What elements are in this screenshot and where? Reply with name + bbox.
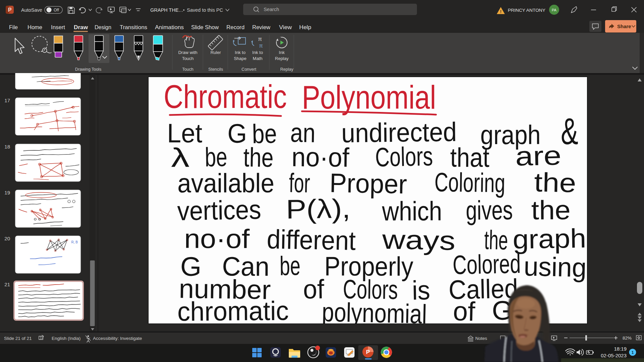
- svg-text:02-05-2023: 02-05-2023: [601, 353, 627, 358]
- svg-text:R, B: R, B: [71, 240, 78, 244]
- svg-text:Replay: Replay: [280, 67, 294, 72]
- svg-text:for: for: [289, 168, 311, 198]
- svg-text:be: be: [205, 142, 227, 172]
- svg-text:P(λ),: P(λ),: [286, 193, 351, 224]
- svg-text:P: P: [8, 7, 12, 13]
- svg-text:Notes: Notes: [475, 336, 487, 341]
- svg-text:vertices: vertices: [177, 195, 262, 226]
- svg-text:Shape: Shape: [234, 56, 247, 61]
- svg-text:of: of: [303, 274, 325, 304]
- svg-text:P: P: [366, 349, 370, 355]
- svg-text:Ink: Ink: [279, 50, 285, 55]
- svg-text:graph: graph: [513, 223, 586, 254]
- svg-text:Math: Math: [253, 56, 263, 61]
- svg-text:Coloring: Coloring: [434, 167, 505, 198]
- svg-text:Ink to: Ink to: [252, 50, 263, 55]
- svg-text:Review: Review: [252, 24, 270, 30]
- svg-text:17: 17: [4, 98, 10, 103]
- svg-text:using: using: [524, 251, 587, 283]
- svg-text:are: are: [515, 140, 561, 171]
- svg-text:82%: 82%: [623, 336, 632, 341]
- svg-text:Saved to this PC: Saved to this PC: [187, 7, 223, 13]
- svg-text:Touch: Touch: [182, 56, 194, 61]
- svg-text:GRAPH THE…: GRAPH THE…: [150, 7, 183, 13]
- svg-text:Design: Design: [95, 24, 111, 30]
- svg-text:Convert: Convert: [241, 67, 256, 72]
- svg-text:English (India): English (India): [52, 336, 80, 341]
- svg-text:1: 1: [632, 350, 634, 355]
- svg-text:of: of: [453, 296, 476, 326]
- svg-text:Ink to: Ink to: [235, 50, 246, 55]
- svg-text:gives: gives: [466, 195, 513, 225]
- svg-text:Draw with: Draw with: [178, 50, 197, 55]
- svg-text:PRINCY ANTONY: PRINCY ANTONY: [508, 8, 545, 13]
- svg-text:Insert: Insert: [51, 24, 65, 30]
- svg-text:Drawing Tools: Drawing Tools: [75, 67, 101, 72]
- svg-text:&: &: [561, 110, 578, 152]
- svg-text:Touch: Touch: [182, 67, 193, 72]
- svg-text:18: 18: [4, 144, 10, 149]
- svg-text:ways: ways: [381, 225, 455, 256]
- svg-text:Share: Share: [617, 23, 631, 29]
- svg-text:Draw: Draw: [74, 24, 88, 30]
- svg-text:Home: Home: [28, 24, 42, 30]
- svg-text:Ruler: Ruler: [210, 50, 221, 55]
- svg-text:Help: Help: [299, 24, 311, 30]
- svg-text:no·of: no·of: [184, 224, 250, 254]
- svg-text:π: π: [259, 43, 263, 49]
- svg-text:available: available: [177, 168, 274, 198]
- svg-text:20: 20: [4, 236, 10, 241]
- svg-text:which: which: [382, 196, 442, 226]
- svg-text:Slide 21 of 21: Slide 21 of 21: [4, 336, 32, 341]
- svg-text:Search: Search: [264, 7, 279, 12]
- svg-text:PA: PA: [552, 8, 557, 12]
- svg-text:the: the: [531, 195, 571, 225]
- svg-text:Polynomial: Polynomial: [302, 79, 436, 116]
- svg-text:AutoSave: AutoSave: [21, 7, 42, 13]
- svg-text:Animations: Animations: [155, 24, 184, 30]
- svg-text:View: View: [279, 24, 292, 30]
- svg-text:Record: Record: [226, 24, 245, 30]
- svg-text:chromatic: chromatic: [177, 296, 289, 326]
- svg-text:Transitions: Transitions: [120, 24, 147, 30]
- svg-text:Chromatic: Chromatic: [164, 78, 287, 115]
- svg-text:File: File: [9, 24, 18, 30]
- svg-text:Accessibility: Investigate: Accessibility: Investigate: [93, 336, 142, 341]
- svg-text:19: 19: [4, 190, 10, 195]
- svg-text:!: !: [500, 9, 501, 14]
- svg-text:the: the: [534, 167, 577, 198]
- svg-text:21: 21: [4, 282, 10, 287]
- svg-text:Off: Off: [54, 8, 59, 12]
- svg-text:be: be: [279, 251, 301, 281]
- svg-text:Colors: Colors: [375, 141, 433, 172]
- svg-text:18:19: 18:19: [614, 346, 627, 352]
- svg-text:Slide Show: Slide Show: [191, 24, 219, 30]
- svg-text:Replay: Replay: [275, 56, 289, 61]
- svg-text:Stencils: Stencils: [208, 67, 223, 72]
- svg-text:π: π: [258, 36, 262, 42]
